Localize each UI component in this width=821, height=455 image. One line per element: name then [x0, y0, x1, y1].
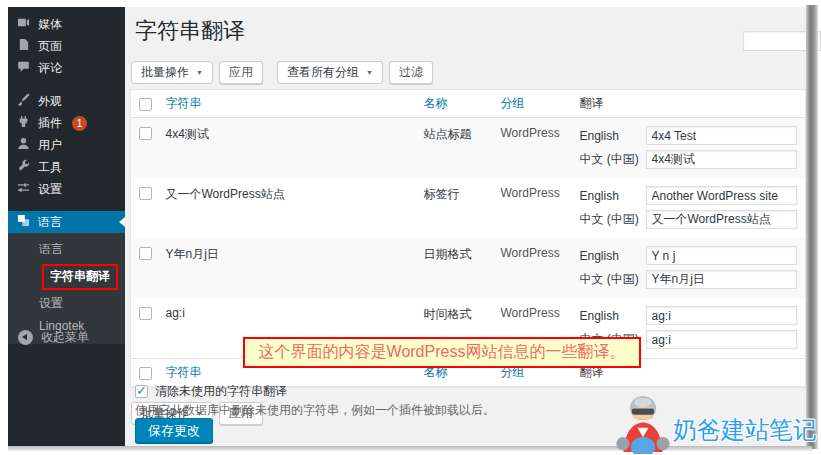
submenu-item-string-translations[interactable]: 字符串翻译	[8, 262, 125, 292]
row-group: WordPress	[493, 238, 572, 298]
watermark-text: 奶爸建站笔记	[673, 414, 817, 446]
sidebar-item-media[interactable]: 媒体	[8, 13, 125, 35]
column-header-name[interactable]: 名称	[416, 90, 493, 118]
column-header-group[interactable]: 分组	[493, 90, 572, 118]
settings-icon	[17, 181, 30, 197]
plugins-icon	[17, 115, 30, 131]
update-count-badge: 1	[72, 116, 87, 131]
users-icon	[17, 137, 30, 153]
row-name: 日期格式	[416, 238, 493, 298]
table-row: 又一个WordPress站点 标签行 WordPress English 中文 …	[131, 178, 806, 238]
pages-icon	[17, 38, 30, 54]
row-checkbox[interactable]	[139, 247, 152, 260]
menu-separator	[8, 79, 125, 90]
filter-button[interactable]: 过滤	[389, 61, 433, 84]
admin-sidebar: 媒体 页面 评论 外观 插件 1 用户 工具 设置 语言 语言字符串翻译设置Li…	[8, 7, 125, 447]
translation-language-label: 中文 (中国)	[580, 151, 646, 168]
menu-separator	[8, 200, 125, 211]
dad-avatar-icon	[615, 394, 671, 454]
translation-input[interactable]	[646, 150, 798, 169]
group-filter-select[interactable]: 查看所有分组 ▼	[277, 61, 383, 84]
screenshot-right-shadow	[806, 5, 818, 449]
chevron-down-icon: ▼	[366, 69, 373, 76]
admin-menu: 媒体 页面 评论 外观 插件 1 用户 工具 设置 语言	[8, 7, 125, 233]
sidebar-item-users[interactable]: 用户	[8, 134, 125, 156]
row-string: Y年n月j日	[158, 238, 416, 298]
row-group: WordPress	[493, 178, 572, 238]
column-header-string[interactable]: 字符串	[158, 90, 416, 118]
submenu-item-settings[interactable]: 设置	[8, 292, 125, 316]
translation-language-label: English	[580, 249, 646, 263]
sidebar-item-plugins[interactable]: 插件 1	[8, 112, 125, 134]
screenshot-frame: 媒体 页面 评论 外观 插件 1 用户 工具 设置 语言 语言字符串翻译设置Li…	[0, 0, 821, 455]
red-highlight-box: 字符串翻译	[42, 264, 118, 290]
clean-strings-option[interactable]: 清除未使用的字符串翻译	[135, 383, 287, 400]
annotation-callout: 这个界面的内容是WordPress网站信息的一些翻译。	[243, 337, 641, 368]
media-icon	[17, 16, 30, 32]
bulk-actions-select[interactable]: 批量操作 ▼	[131, 61, 213, 84]
save-changes-button[interactable]: 保存更改	[135, 418, 213, 443]
chevron-down-icon: ▼	[196, 69, 203, 76]
row-group: WordPress	[493, 118, 572, 179]
appearance-icon	[17, 93, 30, 109]
row-checkbox[interactable]	[139, 187, 152, 200]
submenu-item-languages[interactable]: 语言	[8, 238, 125, 262]
clean-strings-description: 使用它从数据库中删除未使用的字符串，例如一个插件被卸载以后。	[135, 402, 495, 419]
table-row: Y年n月j日 日期格式 WordPress English 中文 (中国)	[131, 238, 806, 298]
sidebar-item-tools[interactable]: 工具	[8, 156, 125, 178]
row-name: 标签行	[416, 178, 493, 238]
comments-icon	[17, 60, 30, 76]
collapse-menu-label: 收起菜单	[41, 329, 89, 346]
tools-icon	[17, 159, 30, 175]
select-all-checkbox[interactable]	[139, 367, 152, 380]
translation-language-label: 中文 (中国)	[580, 271, 646, 288]
languages-icon	[17, 214, 30, 230]
translation-input[interactable]	[646, 210, 798, 229]
collapse-arrow-icon	[18, 330, 33, 345]
sidebar-item-languages[interactable]: 语言	[8, 211, 125, 233]
row-string: 4x4测试	[158, 118, 416, 179]
row-string: 又一个WordPress站点	[158, 178, 416, 238]
table-row: 4x4测试 站点标题 WordPress English 中文 (中国)	[131, 118, 806, 179]
annotation-text: 这个界面的内容是WordPress网站信息的一些翻译。	[259, 342, 626, 363]
site-watermark: 奶爸建站笔记	[615, 394, 817, 454]
tablenav-top: 批量操作 ▼ 应用 查看所有分组 ▼ 过滤	[131, 61, 806, 84]
column-header-translations: 翻译	[572, 90, 806, 118]
translation-input[interactable]	[646, 306, 798, 325]
translation-input[interactable]	[646, 246, 798, 265]
translation-input[interactable]	[646, 186, 798, 205]
row-checkbox[interactable]	[139, 307, 152, 320]
sidebar-item-settings[interactable]: 设置	[8, 178, 125, 200]
clean-strings-checkbox[interactable]	[135, 385, 148, 398]
sidebar-item-comments[interactable]: 评论	[8, 57, 125, 79]
row-name: 站点标题	[416, 118, 493, 179]
languages-submenu: 语言字符串翻译设置Lingotek	[8, 233, 125, 344]
sidebar-item-appearance[interactable]: 外观	[8, 90, 125, 112]
admin-content: 字符串翻译 批量操作 ▼ 应用 查看所有分组 ▼ 过滤 字符串 名称 分组	[125, 7, 806, 447]
select-all-checkbox[interactable]	[139, 98, 152, 111]
translation-language-label: English	[580, 189, 646, 203]
clean-strings-label: 清除未使用的字符串翻译	[155, 383, 287, 400]
row-checkbox[interactable]	[139, 127, 152, 140]
translation-input[interactable]	[646, 330, 798, 349]
translation-input[interactable]	[646, 270, 798, 289]
translation-language-label: English	[580, 129, 646, 143]
translation-language-label: English	[580, 309, 646, 323]
apply-button[interactable]: 应用	[219, 61, 263, 84]
page-title: 字符串翻译	[125, 7, 806, 46]
sidebar-item-pages[interactable]: 页面	[8, 35, 125, 57]
collapse-menu-button[interactable]: 收起菜单	[8, 329, 89, 346]
translation-input[interactable]	[646, 126, 798, 145]
translation-language-label: 中文 (中国)	[580, 211, 646, 228]
